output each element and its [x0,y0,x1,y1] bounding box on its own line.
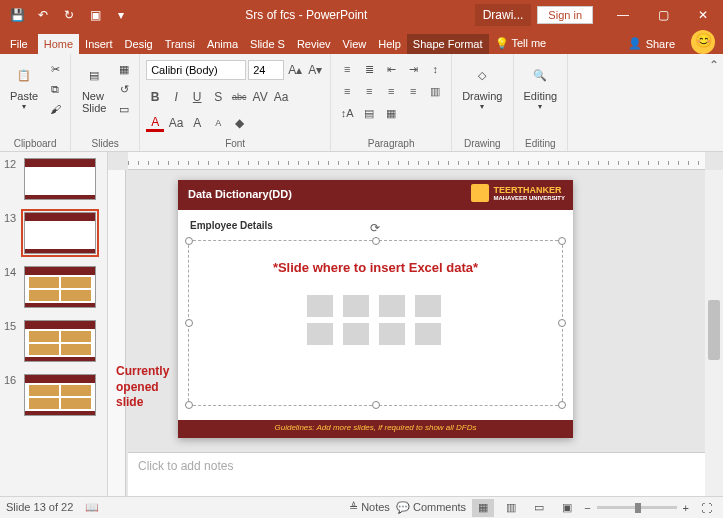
insert-chart-icon[interactable] [343,295,369,317]
zoom-out-button[interactable]: − [584,502,590,514]
drawing-button[interactable]: ◇ Drawing ▾ [458,60,506,113]
save-icon[interactable]: 💾 [6,4,28,26]
align-left-icon[interactable]: ≡ [337,82,357,100]
bullets-icon[interactable]: ≡ [337,60,357,78]
reading-view-icon[interactable]: ▭ [528,499,550,517]
insert-table-icon[interactable] [307,295,333,317]
strike-button[interactable]: abc [230,88,248,106]
layout-icon[interactable]: ▦ [115,60,133,78]
notes-pane[interactable]: Click to add notes [128,452,705,496]
align-text-icon[interactable]: ▤ [359,104,379,122]
resize-handle[interactable] [558,237,566,245]
tab-file[interactable]: File [0,34,38,54]
font-name-input[interactable] [146,60,246,80]
comments-button[interactable]: 💬 Comments [396,501,466,514]
tab-animations[interactable]: Anima [201,34,244,54]
font-color-button[interactable]: A [146,114,164,132]
notes-button[interactable]: ≜ Notes [349,501,390,514]
tab-help[interactable]: Help [372,34,407,54]
case-button[interactable]: Aa [272,88,290,106]
shrink-button[interactable]: A [209,114,227,132]
collapse-ribbon-icon[interactable]: ⌃ [709,58,719,72]
columns-icon[interactable]: ▥ [425,82,445,100]
insert-smartart-icon[interactable] [379,295,405,317]
underline-button[interactable]: U [188,88,206,106]
line-spacing-icon[interactable]: ↕ [425,60,445,78]
numbering-icon[interactable]: ≣ [359,60,379,78]
copy-icon[interactable]: ⧉ [46,80,64,98]
clear-formatting-icon[interactable]: ◆ [230,114,248,132]
smartart-icon[interactable]: ▦ [381,104,401,122]
indent-increase-icon[interactable]: ⇥ [403,60,423,78]
resize-handle[interactable] [185,319,193,327]
resize-handle[interactable] [185,401,193,409]
italic-button[interactable]: I [167,88,185,106]
font-size-input[interactable] [248,60,284,80]
resize-handle[interactable] [372,401,380,409]
reset-icon[interactable]: ↺ [115,80,133,98]
qat-more-icon[interactable]: ▾ [110,4,132,26]
feedback-icon[interactable] [691,30,715,54]
tab-view[interactable]: View [337,34,373,54]
thumbnail-14[interactable]: 14 [0,264,107,310]
vertical-scrollbar[interactable] [705,170,723,496]
bold-button[interactable]: B [146,88,164,106]
maximize-icon[interactable]: ▢ [643,0,683,30]
insert-icon-icon[interactable] [415,323,441,345]
slideshow-view-icon[interactable]: ▣ [556,499,578,517]
fit-to-window-icon[interactable]: ⛶ [695,499,717,517]
editing-button[interactable]: 🔍 Editing ▾ [520,60,562,113]
grow-font-icon[interactable]: A▴ [286,61,304,79]
resize-handle[interactable] [558,401,566,409]
resize-handle[interactable] [372,237,380,245]
change-case-button[interactable]: Aa [167,114,185,132]
zoom-slider[interactable] [597,506,677,509]
thumbnail-13[interactable]: 13 [0,210,107,256]
minimize-icon[interactable]: — [603,0,643,30]
insert-3d-icon[interactable] [415,295,441,317]
rotate-handle-icon[interactable]: ⟳ [370,221,380,235]
slide-editor[interactable]: Data Dictionary(DD) TEERTHANKER MAHAVEER… [178,180,573,438]
insert-video-icon[interactable] [379,323,405,345]
tab-design[interactable]: Desig [119,34,159,54]
sign-in-button[interactable]: Sign in [537,6,593,24]
spacing-button[interactable]: AV [251,88,269,106]
zoom-knob[interactable] [635,503,641,513]
tab-slideshow[interactable]: Slide S [244,34,291,54]
drawing-tools-tab[interactable]: Drawi... [475,4,532,26]
format-painter-icon[interactable]: 🖌 [46,100,64,118]
undo-icon[interactable]: ↶ [32,4,54,26]
text-direction-icon[interactable]: ↕A [337,104,357,122]
grow-button[interactable]: A [188,114,206,132]
cut-icon[interactable]: ✂ [46,60,64,78]
align-center-icon[interactable]: ≡ [359,82,379,100]
scrollbar-thumb[interactable] [708,300,720,360]
shadow-button[interactable]: S [209,88,227,106]
share-button[interactable]: 👤 Share [620,33,683,54]
justify-icon[interactable]: ≡ [403,82,423,100]
insert-pictures-icon[interactable] [307,323,333,345]
tab-insert[interactable]: Insert [79,34,119,54]
indent-decrease-icon[interactable]: ⇤ [381,60,401,78]
thumbnail-16[interactable]: 16 [0,372,107,418]
new-slide-button[interactable]: ▤ New Slide [77,60,111,116]
spellcheck-icon[interactable]: 📖 [85,501,99,514]
tab-home[interactable]: Home [38,34,79,54]
tab-shape-format[interactable]: Shape Format [407,34,489,54]
insert-online-pictures-icon[interactable] [343,323,369,345]
thumbnail-15[interactable]: 15 [0,318,107,364]
tellme[interactable]: 💡 Tell me [489,33,553,54]
thumbnail-12[interactable]: 12 [0,156,107,202]
thumbnail-pane[interactable]: 12 13 14 15 16 [0,152,108,496]
align-right-icon[interactable]: ≡ [381,82,401,100]
paste-button[interactable]: 📋 Paste ▾ [6,60,42,113]
normal-view-icon[interactable]: ▦ [472,499,494,517]
zoom-in-button[interactable]: + [683,502,689,514]
sorter-view-icon[interactable]: ▥ [500,499,522,517]
tab-review[interactable]: Reviev [291,34,337,54]
content-type-icons[interactable] [307,295,445,345]
close-icon[interactable]: ✕ [683,0,723,30]
resize-handle[interactable] [558,319,566,327]
section-icon[interactable]: ▭ [115,100,133,118]
tab-transitions[interactable]: Transi [159,34,201,54]
